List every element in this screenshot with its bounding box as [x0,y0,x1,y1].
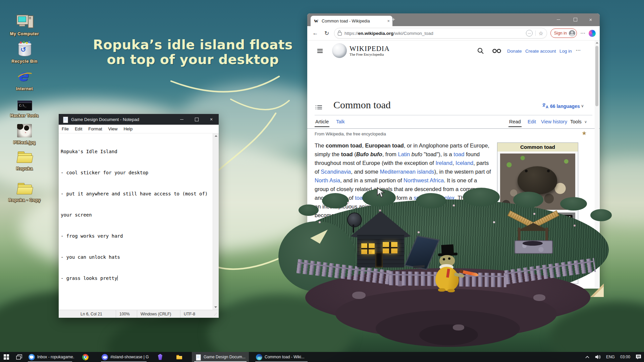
clock[interactable]: 03:00 [618,352,633,362]
new-tab-button[interactable]: + [392,16,395,23]
cat-nose [25,132,26,133]
ropuka-idle-island[interactable] [278,181,617,339]
rock [352,292,366,299]
favorite-star-icon[interactable]: ☆ [538,30,543,37]
caption-line-1: Ropuka’s idle island floats [84,38,302,52]
search-icon[interactable] [477,47,484,55]
text-line: - cool sticker for your desktop [61,169,211,176]
menu-format[interactable]: Format [85,126,105,131]
site-permissions-icon[interactable]: ⋯ [526,30,533,37]
menu-edit[interactable]: Edit [72,126,85,131]
start-button[interactable] [0,352,13,362]
tray-expand-button[interactable] [583,352,592,362]
desktop-icon-ropuka[interactable]: Ropuka [6,150,43,171]
tab-view-history[interactable]: View history [540,117,568,126]
minimize-button[interactable] [174,114,189,125]
tab-tools[interactable]: Tools [570,117,582,126]
window-close-button[interactable]: × [583,13,598,25]
copilot-icon[interactable] [589,30,596,37]
task-view-icon [16,354,22,360]
notepad-title: Game Design Document - Notepad [71,117,174,122]
taskbar-item-discord[interactable]: #island-showcase | G... [99,352,149,362]
page-curl[interactable] [590,284,604,297]
tools-chevron-icon[interactable]: ∨ [584,120,587,124]
log-in-link[interactable]: Log in [559,49,572,54]
taskbar-item-mail[interactable]: Inbox - ropukagame... [25,352,74,362]
svg-text:A: A [546,105,548,109]
notepad-scrollbar[interactable] [213,133,219,310]
taskbar-item-chrome[interactable] [79,352,99,362]
languages-count[interactable]: 66 languages [550,104,580,109]
tab-close-icon[interactable]: × [387,18,390,23]
menu-help[interactable]: Help [120,126,136,131]
status-line-ending: Windows (CRLF) [137,310,180,318]
desktop-icon-ropuka-copy[interactable]: Ropuka - Copy [6,182,43,202]
tab-talk[interactable]: Talk [335,117,345,126]
toc-icon[interactable] [317,104,322,110]
browser-titlebar[interactable]: W Common toad - Wikipedia × + × [307,13,600,26]
create-account-link[interactable]: Create account [525,49,556,54]
languages-chevron-icon[interactable]: ∨ [581,104,584,108]
status-encoding: UTF-8 [180,310,214,318]
lock-icon [338,32,342,36]
taskbar-item-notepad[interactable]: Game Design Docum... [192,352,249,362]
desktop-icon-hacker-tools[interactable]: C:\_ Hacker Tools [6,99,43,118]
wikipedia-globe-logo[interactable] [332,43,347,58]
tab-read[interactable]: Read [508,117,522,127]
taskbar-label: Game Design Docum... [204,355,246,359]
taskbar-item-explorer[interactable] [173,352,192,362]
grass-tuft [299,204,319,216]
paragraph-text: , from [382,151,398,157]
browser-tab[interactable]: W Common toad - Wikipedia × [311,16,392,26]
translate-icon[interactable]: A [542,103,549,109]
wikipedia-wordmark[interactable]: WIKIPEDIA The Free Encyclopedia [350,45,390,56]
article-link[interactable]: Ireland [435,160,452,166]
article-link[interactable]: Mediterranean islands [380,169,434,175]
file-explorer-icon [176,354,182,360]
watchstar-icon[interactable]: ★ [582,130,587,137]
article-link[interactable]: toad [453,151,464,157]
wiki-menu-button[interactable] [315,46,325,56]
desktop-icon-recycle-bin[interactable]: ↺ Recycle Bin [6,41,43,64]
tab-article[interactable]: Article [315,117,329,127]
frog-character[interactable] [426,245,470,293]
wiki-more-icon[interactable]: ⋯ [576,47,581,53]
maximize-button[interactable] [189,114,204,125]
tab-edit[interactable]: Edit [527,117,537,126]
text-cursor [117,276,118,281]
sign-in-button[interactable]: Sign in [550,28,577,38]
desktop-icon-pireal-jpg[interactable]: PiReal.jpg [6,123,43,145]
reload-button[interactable]: ↻ [323,30,331,37]
close-button[interactable]: × [204,114,219,125]
browser-menu-icon[interactable]: ⋯ [580,30,585,36]
article-link[interactable]: Iceland [455,160,473,166]
taskbar-item-edge[interactable]: Common toad - Wiki... [253,352,310,362]
task-view-button[interactable] [13,352,25,362]
address-bar[interactable]: https://en.wikipedia.org/wiki/Common_toa… [334,28,547,39]
desktop-icon-internet[interactable]: e Internet [6,68,43,91]
icon-label: Ropuka [16,166,33,171]
status-cursor-position: Ln 6, Col 21 [77,312,116,316]
article-link[interactable]: Latin [398,151,410,157]
menu-file[interactable]: File [59,126,72,131]
rock [533,294,545,301]
scroll-thumb[interactable] [595,46,598,106]
desktop-icon-my-computer[interactable]: My Computer [6,13,43,36]
menu-view[interactable]: View [105,126,121,131]
back-button[interactable]: ← [311,30,319,37]
window-maximize-button[interactable] [568,13,583,25]
notepad-editor[interactable]: Ropuka's Idle Island - cool sticker for … [59,133,219,310]
article-link[interactable]: Scandinavia [321,169,351,175]
language-indicator[interactable]: ENG [603,352,618,362]
address-bar-actions: ⋯ ☆ [526,30,543,37]
icon-label: Hacker Tools [10,113,39,118]
window-minimize-button[interactable] [551,13,566,25]
donate-link[interactable]: Donate [507,49,522,54]
grass-tuft [322,193,349,208]
volume-button[interactable] [592,352,603,362]
appearance-glasses-icon[interactable] [492,49,501,53]
resize-grip[interactable]: ⋰ [214,312,219,316]
taskbar-item-obsidian[interactable] [154,352,173,362]
notepad-titlebar[interactable]: Game Design Document - Notepad × [59,114,219,125]
action-center-button[interactable] [633,352,644,362]
